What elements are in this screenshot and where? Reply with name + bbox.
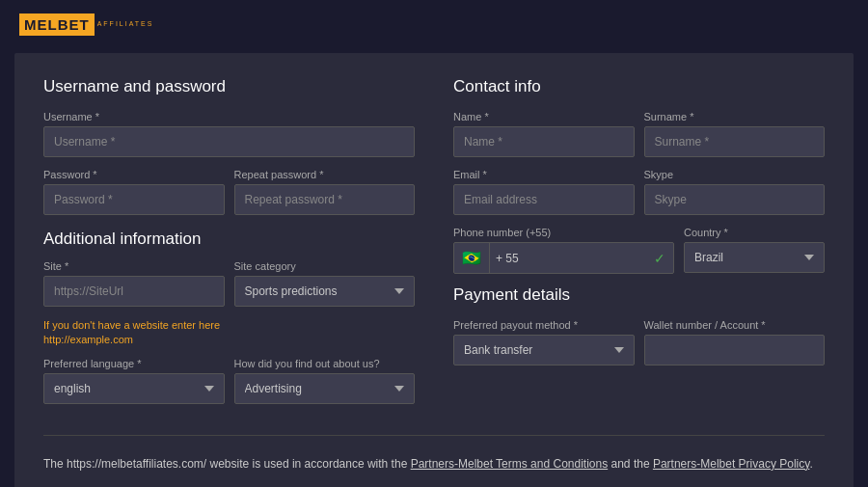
username-input[interactable] (43, 126, 415, 157)
phone-flag: 🇧🇷 (454, 243, 490, 273)
howdid-label: How did you find out about us? (234, 358, 416, 369)
helper-text: If you don't have a website enter here h… (43, 318, 415, 348)
email-label: Email * (453, 169, 635, 180)
logo-melbet: MELBET (19, 14, 95, 36)
language-select[interactable]: english spanish portuguese russian (43, 373, 225, 404)
wallet-label: Wallet number / Account * (644, 319, 826, 331)
phone-field: Phone number (+55) 🇧🇷 ✓ (453, 227, 674, 274)
skype-field: Skype (644, 169, 826, 215)
payout-field: Preferred payout method * Bank transfer … (453, 319, 635, 365)
wallet-field: Wallet number / Account * (644, 319, 826, 365)
logo-affiliates-text: AFFILIATES (97, 20, 154, 28)
site-field: Site * (43, 260, 225, 307)
payment-details-title: Payment details (453, 285, 825, 305)
language-field: Preferred language * english spanish por… (43, 358, 225, 404)
right-section: Contact info Name * Surname * Email * (453, 77, 825, 416)
skype-label: Skype (644, 169, 826, 180)
phone-label: Phone number (+55) (453, 227, 674, 238)
email-field: Email * (453, 169, 635, 215)
site-category-select[interactable]: Sports predictions Casino Poker eSports … (234, 276, 416, 307)
name-surname-row: Name * Surname * (453, 111, 825, 157)
contact-info-title: Contact info (453, 77, 825, 96)
phone-input-row: 🇧🇷 ✓ (453, 242, 674, 274)
name-input[interactable] (453, 126, 635, 157)
language-label: Preferred language * (43, 358, 225, 369)
password-row: Password * Repeat password * (43, 169, 415, 215)
country-label: Country * (684, 227, 825, 238)
country-field: Country * Brazil USA UK Germany (684, 227, 825, 274)
howdid-select[interactable]: Advertising Friend Search engine Social … (234, 373, 416, 404)
logo: MELBET AFFILIATES (19, 14, 153, 36)
legal-text-1: The https://melbetaffiliates.com/ websit… (43, 455, 825, 473)
phone-check-icon: ✓ (646, 245, 673, 272)
surname-field: Surname * (644, 111, 826, 157)
password-label: Password * (43, 169, 225, 180)
terms-link[interactable]: Partners-Melbet Terms and Conditions (411, 457, 609, 471)
site-label: Site * (43, 260, 225, 272)
language-howdid-row: Preferred language * english spanish por… (43, 358, 415, 404)
repeat-password-input[interactable] (234, 184, 416, 215)
username-field-row: Username * (43, 111, 415, 157)
payout-label: Preferred payout method * (453, 319, 635, 331)
site-category-field: Site category Sports predictions Casino … (234, 260, 416, 307)
surname-input[interactable] (644, 126, 826, 157)
howdid-field: How did you find out about us? Advertisi… (234, 358, 416, 404)
divider (43, 435, 825, 436)
registration-form: Username and password Username * Passwor… (14, 53, 854, 487)
country-select[interactable]: Brazil USA UK Germany (684, 242, 825, 273)
email-input[interactable] (453, 184, 635, 215)
username-label: Username * (43, 111, 415, 122)
legal-text-2: The personal data that you supply when r… (43, 483, 825, 487)
site-category-row: Site * Site category Sports predictions … (43, 260, 415, 307)
phone-input[interactable] (490, 244, 646, 273)
site-category-label: Site category (234, 260, 416, 272)
additional-info-title: Additional information (43, 230, 415, 249)
site-input[interactable] (43, 276, 225, 307)
wallet-input[interactable] (644, 335, 826, 365)
header: MELBET AFFILIATES (0, 0, 868, 48)
password-field: Password * (43, 169, 225, 215)
privacy-link[interactable]: Partners-Melbet Privacy Policy (653, 457, 810, 471)
phone-country-row: Phone number (+55) 🇧🇷 ✓ Country * Brazil… (453, 227, 825, 274)
repeat-password-field: Repeat password * (234, 169, 416, 215)
left-section: Username and password Username * Passwor… (43, 77, 415, 416)
password-input[interactable] (43, 184, 225, 215)
name-field: Name * (453, 111, 635, 157)
payout-select[interactable]: Bank transfer PayPal Skrill Neteller (453, 335, 635, 365)
surname-label: Surname * (644, 111, 826, 122)
email-skype-row: Email * Skype (453, 169, 825, 215)
username-password-title: Username and password (43, 77, 415, 96)
repeat-password-label: Repeat password * (234, 169, 416, 180)
name-label: Name * (453, 111, 635, 122)
payment-row: Preferred payout method * Bank transfer … (453, 319, 825, 365)
skype-input[interactable] (644, 184, 826, 215)
